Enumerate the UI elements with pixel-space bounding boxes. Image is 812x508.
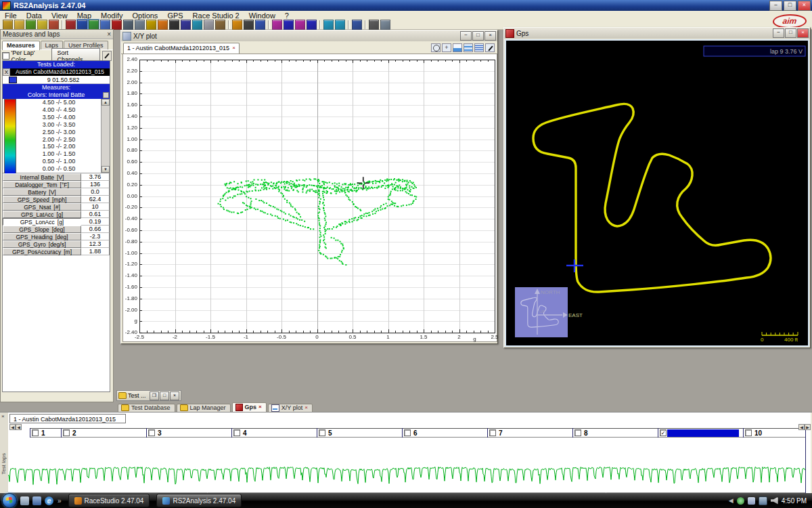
export-test-icon[interactable] — [37, 20, 47, 30]
crosshair-icon[interactable]: + — [442, 43, 451, 52]
tab-close-icon[interactable]: × — [232, 45, 235, 51]
gps-close-button[interactable]: × — [797, 28, 809, 38]
test-row[interactable]: X Austin CabotMazda12012013_015 — [3, 68, 110, 76]
lap-header[interactable]: 7 — [488, 428, 572, 438]
menu-gps[interactable]: GPS — [162, 12, 187, 20]
window-switcher-icon[interactable] — [32, 496, 41, 505]
channel-label[interactable]: GPS_Heading[deg] — [3, 233, 81, 240]
mdi-tab-gps[interactable]: Gps× — [232, 402, 267, 412]
zoom-in-icon[interactable] — [323, 20, 334, 30]
lap-header[interactable]: 10 — [744, 428, 805, 438]
gps-restore-button[interactable]: □ — [785, 28, 796, 38]
channel-row[interactable]: Battery[V]0.0 — [3, 188, 110, 196]
multi-plot-layout-icon[interactable] — [474, 43, 484, 52]
lap-checkbox[interactable] — [32, 429, 39, 436]
strip-close-icon[interactable]: × — [1, 413, 5, 420]
mini-maximize-button[interactable]: □ — [160, 391, 169, 400]
menu-race-studio-2[interactable]: Race Studio 2 — [188, 12, 244, 20]
gps-track-map[interactable]: NORTH EAST UP 0 400 ft — [506, 41, 808, 345]
flag-magenta2-icon[interactable] — [295, 20, 305, 30]
start-button[interactable] — [2, 493, 17, 508]
channel-row[interactable]: GPS_Gyro[deg/s]12.3 — [3, 240, 110, 248]
strip-scroll-right-icon[interactable]: ▶ — [805, 424, 811, 430]
table-view-icon[interactable] — [123, 20, 133, 30]
filter-icon[interactable] — [192, 20, 202, 30]
menu-data[interactable]: Data — [22, 12, 47, 20]
channel-label[interactable]: GPS_LatAcc[g] — [3, 211, 81, 218]
menu-map[interactable]: Map — [72, 12, 96, 20]
task-button-2[interactable]: RS2Analysis 2.47.04 — [156, 494, 242, 507]
xy-minimize-button[interactable]: − — [460, 31, 472, 41]
lap-waveform-canvas[interactable] — [8, 438, 805, 493]
math-channel-icon[interactable] — [181, 20, 191, 30]
channels-view-icon[interactable] — [146, 20, 156, 30]
lap-checkbox[interactable]: ✓ — [660, 429, 667, 436]
xy-plot-tab[interactable]: 1 - Austin CabotMazda12012013_015× — [123, 43, 240, 54]
menu--[interactable]: ? — [280, 12, 294, 20]
scroll-down-icon[interactable]: ▼ — [102, 166, 110, 173]
strip-prev2-icon[interactable]: ◀ — [16, 424, 22, 430]
channel-label[interactable]: GPS_Nsat[#] — [3, 203, 81, 211]
channel-label[interactable]: GPS_Speed[mph] — [3, 196, 81, 203]
pencil-icon[interactable] — [169, 20, 179, 30]
channel-label[interactable]: GPS_LonAcc[g] — [3, 218, 81, 226]
flag-magenta-icon[interactable] — [272, 20, 282, 30]
gps-map-area[interactable]: NORTH EAST UP 0 400 ft — [505, 39, 809, 347]
open-database-icon[interactable] — [14, 20, 24, 30]
lap-checkbox[interactable] — [745, 429, 752, 436]
wrench-icon[interactable] — [102, 51, 112, 61]
channel-row[interactable]: GPS_PosAccuracy[m]1.88 — [3, 248, 110, 255]
channel-row[interactable]: GPS_Slope[deg]0.66 — [3, 226, 110, 233]
maximize-button[interactable]: □ — [784, 1, 796, 11]
minimize-button[interactable]: − — [769, 1, 782, 11]
network-icon[interactable] — [759, 496, 767, 505]
lap-time-row[interactable]: 9 01.50.582 — [3, 76, 110, 84]
lap-checkbox[interactable] — [63, 429, 70, 436]
track-center-icon[interactable] — [244, 20, 254, 30]
xy-plot-icon[interactable] — [77, 20, 87, 30]
plot-settings-wrench-icon[interactable] — [485, 43, 495, 52]
import-test-icon[interactable] — [26, 20, 36, 30]
values-bar-icon[interactable] — [255, 20, 265, 30]
menu-view[interactable]: View — [47, 12, 72, 20]
tab-close-icon[interactable]: × — [258, 404, 262, 410]
histogram-icon[interactable] — [100, 20, 110, 30]
properties-icon[interactable] — [380, 20, 390, 30]
channel-row[interactable]: GPS_Speed[mph]62.4 — [3, 196, 110, 203]
channel-row[interactable]: Internal Batte[V]3.76 — [3, 173, 110, 181]
menu-file[interactable]: File — [0, 12, 22, 20]
channel-row[interactable]: GPS_Heading[deg]-2.3 — [3, 233, 110, 240]
strip-test-tab[interactable]: 1 - Austin CabotMazda12012013_015 — [9, 414, 126, 423]
grid-icon[interactable] — [369, 20, 379, 30]
minimized-test-window[interactable]: Test ... ❐ □ × — [116, 390, 181, 401]
lap-selected-bar[interactable] — [667, 429, 739, 437]
channel-row[interactable]: GPS_LatAcc[g]0.61 — [3, 211, 110, 218]
lap-checkbox[interactable] — [404, 429, 411, 436]
undo-icon[interactable] — [215, 20, 225, 30]
gg-plot-area[interactable]: 2.402.202.001.801.601.401.201.000.800.60… — [122, 54, 497, 342]
lap-checkbox[interactable] — [233, 429, 240, 436]
lap-checkbox[interactable] — [319, 429, 325, 436]
speaker-icon[interactable] — [771, 497, 778, 505]
lap-checkbox[interactable] — [574, 429, 581, 436]
channel-label[interactable]: GPS_Slope[deg] — [3, 226, 81, 233]
tray-status-icon[interactable] — [737, 497, 744, 505]
strip-scroll-left-icon[interactable]: ◀ — [798, 424, 805, 430]
box-blue2-icon[interactable] — [307, 20, 317, 30]
measures-graph-icon[interactable] — [66, 20, 76, 30]
menu-modify[interactable]: Modify — [96, 12, 127, 20]
channel-row[interactable]: GPS_Nsat[#]10 — [3, 203, 110, 211]
split-view-icon[interactable] — [135, 20, 145, 30]
channel-label[interactable]: Datalogger_Tem[°F] — [3, 181, 81, 188]
lap-header[interactable]: ✓ — [658, 428, 743, 438]
lap-header[interactable]: 5 — [317, 428, 402, 438]
clock-icon[interactable] — [232, 20, 242, 30]
channel-row[interactable]: Datalogger_Tem[°F]136 — [3, 181, 110, 188]
show-desktop-icon[interactable] — [20, 496, 29, 505]
zoom-out-icon[interactable] — [335, 20, 345, 30]
close-button[interactable]: × — [798, 1, 811, 11]
colors-spinner[interactable] — [103, 92, 109, 98]
menu-window[interactable]: Window — [244, 12, 280, 20]
test-remove-cell[interactable]: X — [3, 68, 10, 76]
eraser-icon[interactable] — [204, 20, 214, 30]
